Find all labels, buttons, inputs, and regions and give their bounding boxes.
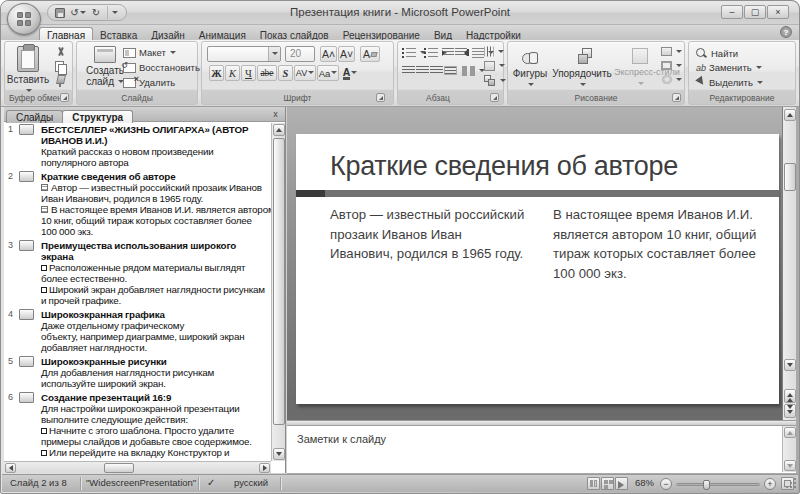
arrange-button[interactable]: Упорядочить bbox=[550, 48, 614, 90]
copy-button[interactable] bbox=[55, 61, 66, 73]
notes-panel[interactable]: Заметки к слайду bbox=[287, 426, 796, 474]
outline-item-title[interactable]: Широкоэкранная графика bbox=[41, 309, 271, 320]
increase-indent-button[interactable] bbox=[455, 48, 467, 57]
notes-scroll-up-icon[interactable] bbox=[784, 427, 796, 438]
select-button[interactable]: Выделить bbox=[696, 77, 763, 88]
outline-block[interactable]: Для добавления наглядности рисункам испо… bbox=[41, 367, 271, 389]
maximize-button[interactable]: ▢ bbox=[744, 5, 766, 19]
outline-item-title[interactable]: Широкоэкранные рисунки bbox=[41, 356, 271, 367]
shapes-button[interactable]: Фигуры bbox=[510, 48, 550, 90]
shadow-button[interactable]: S bbox=[278, 65, 293, 81]
convert-smartart-button[interactable] bbox=[484, 75, 506, 86]
outline-block[interactable]: В настоящее время Иванов И.И. является а… bbox=[41, 204, 271, 237]
bullets-button[interactable] bbox=[402, 48, 426, 58]
zoom-slider[interactable] bbox=[676, 483, 760, 486]
outline-scroll-left-icon[interactable] bbox=[5, 463, 16, 473]
outline-item-title[interactable]: Преимущества использования широкого экра… bbox=[41, 240, 271, 262]
slideshow-view-button[interactable] bbox=[615, 477, 628, 490]
character-spacing-button[interactable]: AV bbox=[294, 65, 316, 81]
shape-fill-button[interactable] bbox=[661, 47, 682, 56]
slide-vscrollbar[interactable] bbox=[782, 107, 796, 420]
strikethrough-button[interactable]: abe bbox=[257, 65, 277, 81]
outline-item-title[interactable]: БЕСТСЕЛЛЕР «ЖИЗНЬ ОЛИГАРХА» (АВТОР ИВАНО… bbox=[41, 124, 271, 146]
qat-more-button[interactable] bbox=[107, 6, 121, 19]
layout-button[interactable]: Макет bbox=[123, 47, 176, 58]
notes-placeholder[interactable]: Заметки к слайду bbox=[297, 433, 386, 445]
title-bar[interactable]: ↺ ↻ Презентация книги - Microsoft PowerP… bbox=[1, 1, 799, 25]
align-center-button[interactable] bbox=[416, 66, 429, 75]
next-slide-button[interactable] bbox=[784, 404, 796, 418]
outline-block[interactable]: Автор — известный российский прозаик Ива… bbox=[41, 182, 271, 204]
align-left-button[interactable] bbox=[402, 66, 415, 75]
close-button[interactable]: × bbox=[767, 5, 789, 19]
align-right-button[interactable] bbox=[430, 66, 443, 75]
outline-block[interactable]: Краткий рассказ о новом произведении поп… bbox=[41, 146, 271, 168]
outline-item[interactable]: 1 БЕСТСЕЛЛЕР «ЖИЗНЬ ОЛИГАРХА» (АВТОР ИВА… bbox=[4, 124, 271, 168]
outline-block[interactable]: Начните с этого шаблона. Просто удалите … bbox=[41, 425, 271, 447]
slide-title[interactable]: Краткие сведения об авторе bbox=[330, 151, 678, 182]
spellcheck-icon[interactable]: ✓ bbox=[207, 477, 215, 488]
outline-block[interactable]: Расположенные рядом материалы выглядят б… bbox=[41, 262, 271, 284]
slide-scroll-down-icon[interactable] bbox=[784, 359, 796, 371]
slide-text-right[interactable]: В настоящее время Иванов И.И. является а… bbox=[553, 205, 778, 283]
notes-vscrollbar[interactable] bbox=[782, 426, 796, 472]
undo-button[interactable]: ↺ bbox=[71, 6, 85, 19]
help-icon[interactable]: ? bbox=[780, 26, 792, 38]
font-color-button[interactable]: А bbox=[343, 65, 357, 81]
outline-scroll-down-icon[interactable] bbox=[273, 448, 285, 460]
change-case-button[interactable]: Aa bbox=[317, 65, 339, 81]
outline-block[interactable]: Или перейдите на вкладку Конструктор и bbox=[41, 447, 271, 458]
decrease-indent-button[interactable] bbox=[442, 48, 454, 57]
panel-close-icon[interactable]: x bbox=[270, 109, 281, 119]
paste-button[interactable]: Вставить bbox=[5, 46, 51, 96]
outline-item[interactable]: 3 Преимущества использования широкого эк… bbox=[4, 240, 271, 306]
normal-view-button[interactable] bbox=[587, 477, 600, 490]
justify-button[interactable] bbox=[444, 66, 457, 75]
zoom-level[interactable]: 68% bbox=[635, 477, 654, 488]
outline-item[interactable]: 2 Краткие сведения об авторе Автор — изв… bbox=[4, 171, 271, 237]
outline-item[interactable]: 6 Создание презентаций 16:9 Для настройк… bbox=[4, 392, 271, 458]
cut-button[interactable] bbox=[55, 47, 66, 59]
zoom-slider-handle[interactable] bbox=[703, 480, 710, 490]
slide-canvas[interactable]: Краткие сведения об авторе Автор — извес… bbox=[296, 134, 779, 404]
delete-button[interactable]: Удалить bbox=[123, 77, 175, 88]
outline-vscrollbar[interactable] bbox=[271, 123, 285, 461]
previous-slide-button[interactable] bbox=[784, 389, 796, 403]
decrease-font-button[interactable]: A˅ bbox=[338, 46, 355, 62]
office-button[interactable] bbox=[7, 3, 41, 35]
notes-scroll-down-icon[interactable] bbox=[784, 460, 796, 471]
redo-button[interactable]: ↻ bbox=[89, 6, 103, 19]
shape-outline-button[interactable] bbox=[661, 61, 682, 70]
resize-grip[interactable] bbox=[784, 478, 796, 490]
outline-block[interactable]: Даже отдельному графическому объекту, на… bbox=[41, 320, 271, 353]
text-direction-button[interactable] bbox=[484, 47, 504, 56]
zoom-in-button[interactable]: + bbox=[764, 478, 776, 490]
theme-name[interactable]: "WidescreenPresentation" bbox=[86, 477, 196, 488]
outline-item[interactable]: 4 Широкоэкранная графика Даже отдельному… bbox=[4, 309, 271, 353]
outline-item-title[interactable]: Создание презентаций 16:9 bbox=[41, 392, 271, 403]
shape-effects-button[interactable] bbox=[662, 75, 682, 84]
replace-button[interactable]: abЗаменить bbox=[696, 62, 762, 73]
increase-font-button[interactable]: A˄ bbox=[320, 46, 337, 62]
outline-scroll-thumb[interactable] bbox=[273, 138, 285, 425]
zoom-out-button[interactable]: − bbox=[660, 478, 672, 490]
minimize-button[interactable]: – bbox=[721, 5, 743, 19]
drawing-dialog-launcher[interactable]: ◢ bbox=[672, 93, 681, 102]
columns-button[interactable] bbox=[462, 66, 485, 76]
align-text-button[interactable] bbox=[484, 61, 505, 71]
slide-scroll-thumb[interactable] bbox=[784, 163, 796, 191]
reset-button[interactable]: Восстановить bbox=[123, 62, 200, 73]
bold-button[interactable]: Ж bbox=[209, 65, 224, 81]
find-button[interactable]: Найти bbox=[696, 47, 738, 59]
format-painter-button[interactable] bbox=[55, 75, 66, 87]
save-button[interactable] bbox=[53, 6, 67, 19]
slide-counter[interactable]: Слайд 2 из 8 bbox=[10, 477, 67, 488]
font-dialog-launcher[interactable]: ◢ bbox=[376, 93, 385, 102]
outline-hscroll-thumb[interactable] bbox=[104, 463, 134, 473]
outline-scroll-right-icon[interactable] bbox=[259, 463, 270, 473]
outline-item[interactable]: 5 Широкоэкранные рисунки Для добавления … bbox=[4, 356, 271, 389]
font-name-combo[interactable] bbox=[207, 46, 281, 62]
italic-button[interactable]: К bbox=[225, 65, 240, 81]
clipboard-dialog-launcher[interactable]: ◢ bbox=[60, 93, 69, 102]
slide-sorter-view-button[interactable] bbox=[601, 477, 614, 490]
